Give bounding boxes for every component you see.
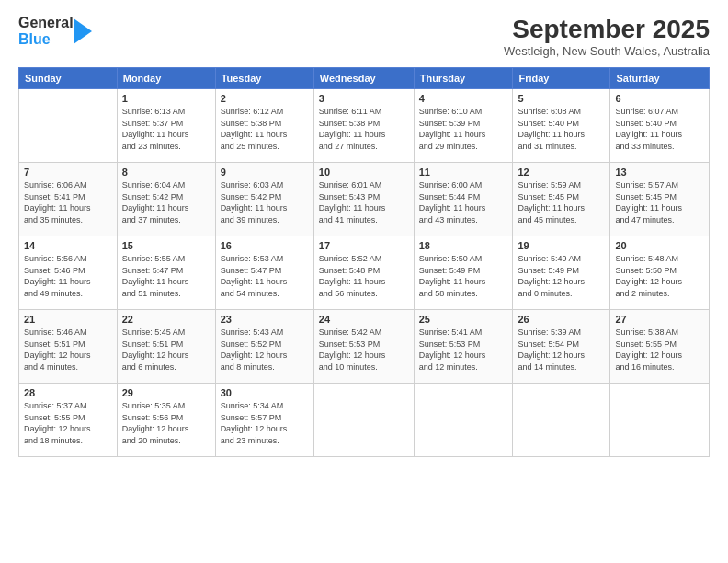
logo-general: General: [18, 15, 74, 31]
logo-blue: Blue: [18, 31, 74, 48]
day-number: 13: [615, 167, 704, 178]
day-info: Sunrise: 5:43 AMSunset: 5:52 PMDaylight:…: [221, 327, 309, 373]
header-row: SundayMondayTuesdayWednesdayThursdayFrid…: [19, 68, 710, 89]
calendar-cell: [313, 384, 414, 457]
day-info: Sunrise: 5:49 AMSunset: 5:49 PMDaylight:…: [518, 253, 605, 299]
calendar-cell: 21Sunrise: 5:46 AMSunset: 5:51 PMDayligh…: [19, 310, 118, 384]
day-info: Sunrise: 5:59 AMSunset: 5:45 PMDaylight:…: [518, 179, 605, 225]
day-info: Sunrise: 5:46 AMSunset: 5:51 PMDaylight:…: [24, 327, 112, 373]
calendar-cell: [610, 384, 710, 457]
week-row-1: 1Sunrise: 6:13 AMSunset: 5:37 PMDaylight…: [19, 89, 710, 163]
logo: General Blue: [18, 15, 92, 47]
day-info: Sunrise: 5:35 AMSunset: 5:56 PMDaylight:…: [122, 400, 210, 446]
calendar-cell: 3Sunrise: 6:11 AMSunset: 5:38 PMDaylight…: [313, 89, 414, 163]
calendar-cell: 28Sunrise: 5:37 AMSunset: 5:55 PMDayligh…: [19, 384, 118, 457]
calendar-cell: 20Sunrise: 5:48 AMSunset: 5:50 PMDayligh…: [610, 236, 710, 310]
day-number: 4: [419, 93, 508, 104]
day-info: Sunrise: 5:56 AMSunset: 5:46 PMDaylight:…: [24, 253, 112, 299]
calendar-cell: 19Sunrise: 5:49 AMSunset: 5:49 PMDayligh…: [513, 236, 610, 310]
day-number: 10: [319, 167, 409, 178]
title-section: September 2025 Westleigh, New South Wale…: [504, 15, 710, 58]
col-header-sunday: Sunday: [19, 68, 118, 89]
day-number: 29: [122, 387, 210, 398]
day-info: Sunrise: 6:08 AMSunset: 5:40 PMDaylight:…: [518, 106, 605, 152]
day-info: Sunrise: 5:53 AMSunset: 5:47 PMDaylight:…: [221, 253, 309, 299]
calendar-cell: 1Sunrise: 6:13 AMSunset: 5:37 PMDaylight…: [117, 89, 215, 163]
day-number: 23: [221, 314, 309, 325]
calendar-cell: 24Sunrise: 5:42 AMSunset: 5:53 PMDayligh…: [313, 310, 414, 384]
calendar-cell: 18Sunrise: 5:50 AMSunset: 5:49 PMDayligh…: [414, 236, 513, 310]
day-number: 15: [122, 240, 210, 251]
calendar-cell: [414, 384, 513, 457]
calendar-cell: 25Sunrise: 5:41 AMSunset: 5:53 PMDayligh…: [414, 310, 513, 384]
day-number: 27: [615, 314, 704, 325]
day-info: Sunrise: 6:12 AMSunset: 5:38 PMDaylight:…: [221, 106, 309, 152]
day-info: Sunrise: 6:10 AMSunset: 5:39 PMDaylight:…: [419, 106, 508, 152]
calendar-cell: 26Sunrise: 5:39 AMSunset: 5:54 PMDayligh…: [513, 310, 610, 384]
day-number: 25: [419, 314, 508, 325]
day-info: Sunrise: 5:52 AMSunset: 5:48 PMDaylight:…: [319, 253, 409, 299]
day-number: 26: [518, 314, 605, 325]
week-row-4: 21Sunrise: 5:46 AMSunset: 5:51 PMDayligh…: [19, 310, 710, 384]
day-info: Sunrise: 5:38 AMSunset: 5:55 PMDaylight:…: [615, 327, 704, 373]
calendar-cell: 23Sunrise: 5:43 AMSunset: 5:52 PMDayligh…: [215, 310, 313, 384]
day-info: Sunrise: 5:57 AMSunset: 5:45 PMDaylight:…: [615, 179, 704, 225]
day-info: Sunrise: 6:03 AMSunset: 5:42 PMDaylight:…: [221, 179, 309, 225]
day-number: 2: [221, 93, 309, 104]
day-info: Sunrise: 6:04 AMSunset: 5:42 PMDaylight:…: [122, 179, 210, 225]
day-info: Sunrise: 5:42 AMSunset: 5:53 PMDaylight:…: [319, 327, 409, 373]
day-number: 16: [221, 240, 309, 251]
svg-marker-0: [74, 18, 92, 44]
day-number: 19: [518, 240, 605, 251]
calendar-cell: 29Sunrise: 5:35 AMSunset: 5:56 PMDayligh…: [117, 384, 215, 457]
day-info: Sunrise: 5:34 AMSunset: 5:57 PMDaylight:…: [221, 400, 309, 446]
day-number: 1: [122, 93, 210, 104]
col-header-wednesday: Wednesday: [313, 68, 414, 89]
day-info: Sunrise: 6:00 AMSunset: 5:44 PMDaylight:…: [419, 179, 508, 225]
calendar-cell: 15Sunrise: 5:55 AMSunset: 5:47 PMDayligh…: [117, 236, 215, 310]
calendar-cell: 22Sunrise: 5:45 AMSunset: 5:51 PMDayligh…: [117, 310, 215, 384]
day-info: Sunrise: 5:37 AMSunset: 5:55 PMDaylight:…: [24, 400, 112, 446]
day-number: 7: [24, 167, 112, 178]
header: General Blue September 2025 Westleigh, N…: [18, 15, 710, 58]
day-info: Sunrise: 6:11 AMSunset: 5:38 PMDaylight:…: [319, 106, 409, 152]
week-row-3: 14Sunrise: 5:56 AMSunset: 5:46 PMDayligh…: [19, 236, 710, 310]
calendar-cell: 4Sunrise: 6:10 AMSunset: 5:39 PMDaylight…: [414, 89, 513, 163]
calendar-cell: 5Sunrise: 6:08 AMSunset: 5:40 PMDaylight…: [513, 89, 610, 163]
calendar-cell: [19, 89, 118, 163]
col-header-saturday: Saturday: [610, 68, 710, 89]
day-number: 5: [518, 93, 605, 104]
calendar-cell: 17Sunrise: 5:52 AMSunset: 5:48 PMDayligh…: [313, 236, 414, 310]
calendar-cell: [513, 384, 610, 457]
day-number: 20: [615, 240, 704, 251]
calendar-cell: 6Sunrise: 6:07 AMSunset: 5:40 PMDaylight…: [610, 89, 710, 163]
day-number: 14: [24, 240, 112, 251]
calendar-cell: 13Sunrise: 5:57 AMSunset: 5:45 PMDayligh…: [610, 163, 710, 236]
calendar-cell: 27Sunrise: 5:38 AMSunset: 5:55 PMDayligh…: [610, 310, 710, 384]
day-info: Sunrise: 5:55 AMSunset: 5:47 PMDaylight:…: [122, 253, 210, 299]
calendar-cell: 16Sunrise: 5:53 AMSunset: 5:47 PMDayligh…: [215, 236, 313, 310]
calendar-cell: 8Sunrise: 6:04 AMSunset: 5:42 PMDaylight…: [117, 163, 215, 236]
day-info: Sunrise: 5:41 AMSunset: 5:53 PMDaylight:…: [419, 327, 508, 373]
week-row-5: 28Sunrise: 5:37 AMSunset: 5:55 PMDayligh…: [19, 384, 710, 457]
day-number: 12: [518, 167, 605, 178]
day-info: Sunrise: 5:39 AMSunset: 5:54 PMDaylight:…: [518, 327, 605, 373]
calendar-cell: 9Sunrise: 6:03 AMSunset: 5:42 PMDaylight…: [215, 163, 313, 236]
day-info: Sunrise: 5:45 AMSunset: 5:51 PMDaylight:…: [122, 327, 210, 373]
calendar-cell: 12Sunrise: 5:59 AMSunset: 5:45 PMDayligh…: [513, 163, 610, 236]
month-title: September 2025: [504, 15, 710, 44]
calendar-cell: 2Sunrise: 6:12 AMSunset: 5:38 PMDaylight…: [215, 89, 313, 163]
col-header-monday: Monday: [117, 68, 215, 89]
calendar-cell: 30Sunrise: 5:34 AMSunset: 5:57 PMDayligh…: [215, 384, 313, 457]
day-number: 24: [319, 314, 409, 325]
day-info: Sunrise: 6:01 AMSunset: 5:43 PMDaylight:…: [319, 179, 409, 225]
col-header-friday: Friday: [513, 68, 610, 89]
logo-arrow-icon: [74, 18, 92, 44]
calendar-cell: 11Sunrise: 6:00 AMSunset: 5:44 PMDayligh…: [414, 163, 513, 236]
day-info: Sunrise: 6:06 AMSunset: 5:41 PMDaylight:…: [24, 179, 112, 225]
day-number: 22: [122, 314, 210, 325]
day-info: Sunrise: 5:50 AMSunset: 5:49 PMDaylight:…: [419, 253, 508, 299]
week-row-2: 7Sunrise: 6:06 AMSunset: 5:41 PMDaylight…: [19, 163, 710, 236]
day-info: Sunrise: 5:48 AMSunset: 5:50 PMDaylight:…: [615, 253, 704, 299]
calendar-cell: 10Sunrise: 6:01 AMSunset: 5:43 PMDayligh…: [313, 163, 414, 236]
